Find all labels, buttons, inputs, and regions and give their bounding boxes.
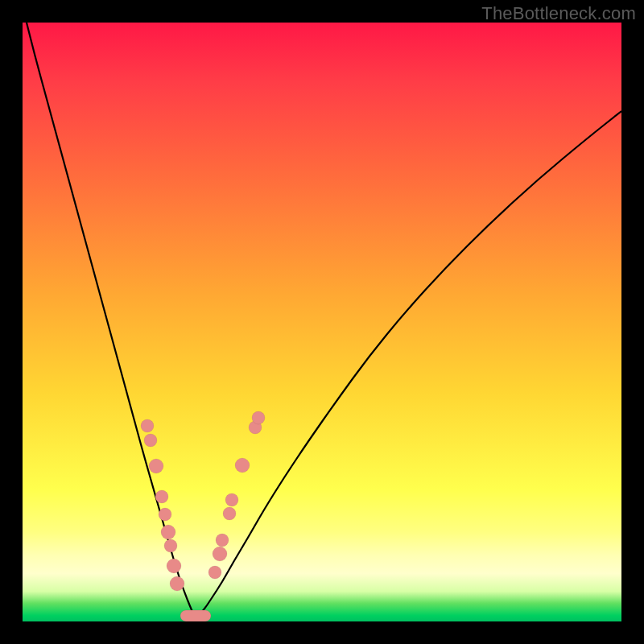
data-point [144, 434, 157, 447]
data-point [213, 547, 227, 561]
data-point [216, 534, 229, 547]
data-point [155, 490, 168, 503]
data-point [235, 458, 250, 473]
chart-frame: TheBottleneck.com [0, 0, 644, 644]
minimum-cluster [180, 610, 211, 621]
data-point [141, 419, 154, 432]
watermark-text: TheBottleneck.com [481, 3, 636, 24]
data-point [252, 411, 265, 424]
data-point [223, 507, 236, 520]
data-point [225, 493, 238, 506]
chart-svg [23, 23, 621, 621]
right-branch-points [208, 411, 265, 579]
data-point [149, 459, 163, 473]
data-point [159, 508, 171, 521]
data-point [208, 566, 221, 579]
data-point [170, 576, 184, 591]
left-branch-points [141, 419, 184, 591]
data-point [167, 559, 181, 573]
data-point [161, 525, 175, 539]
right-branch-curve [196, 111, 621, 618]
data-point [164, 539, 177, 552]
plot-area [23, 23, 621, 621]
